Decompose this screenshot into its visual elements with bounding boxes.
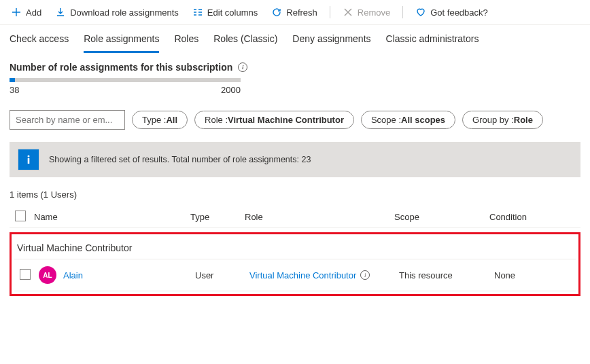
quota-progress: 38 2000 bbox=[10, 78, 241, 95]
col-role[interactable]: Role bbox=[242, 206, 392, 228]
tab-deny-assignments[interactable]: Deny assignments bbox=[292, 33, 370, 52]
remove-label: Remove bbox=[358, 7, 390, 18]
highlighted-region: Virtual Machine Contributor AL Alain Use… bbox=[10, 232, 580, 296]
row-role-link[interactable]: Virtual Machine Contributor bbox=[249, 270, 356, 280]
filter-type[interactable]: Type : All bbox=[132, 111, 188, 129]
add-label: Add bbox=[26, 7, 41, 18]
separator bbox=[402, 6, 403, 18]
separator bbox=[330, 6, 330, 18]
edit-columns-label: Edit columns bbox=[207, 7, 258, 18]
edit-columns-button[interactable]: Edit columns bbox=[188, 4, 262, 20]
filter-role[interactable]: Role : Virtual Machine Contributor bbox=[194, 111, 354, 129]
content-area: Number of role assignments for this subs… bbox=[0, 52, 590, 310]
quota-heading-text: Number of role assignments for this subs… bbox=[10, 62, 232, 73]
filter-role-label: Role : bbox=[205, 115, 228, 125]
remove-icon bbox=[343, 7, 353, 18]
command-bar: Add Download role assignments Edit colum… bbox=[0, 0, 590, 25]
svg-rect-1 bbox=[28, 158, 30, 164]
progress-track bbox=[10, 78, 241, 82]
refresh-button[interactable]: Refresh bbox=[267, 4, 322, 20]
info-banner: Showing a filtered set of results. Total… bbox=[10, 142, 580, 177]
row-checkbox[interactable] bbox=[20, 269, 31, 280]
refresh-icon bbox=[271, 7, 282, 18]
row-condition: None bbox=[491, 259, 576, 291]
filter-groupby-label: Group by : bbox=[472, 115, 514, 125]
feedback-label: Got feedback? bbox=[430, 7, 488, 18]
add-button[interactable]: Add bbox=[7, 4, 46, 20]
assignments-table: Name Type Role Scope Condition bbox=[10, 206, 580, 228]
tab-bar: Check access Role assignments Roles Role… bbox=[0, 25, 590, 52]
feedback-button[interactable]: Got feedback? bbox=[411, 4, 492, 20]
avatar: AL bbox=[39, 266, 56, 284]
heart-icon bbox=[415, 7, 426, 18]
row-scope: This resource bbox=[396, 259, 491, 291]
filter-type-label: Type : bbox=[142, 115, 166, 125]
tab-check-access[interactable]: Check access bbox=[10, 33, 69, 52]
tab-classic-administrators[interactable]: Classic administrators bbox=[386, 33, 479, 52]
items-count: 1 items (1 Users) bbox=[10, 189, 580, 200]
svg-point-0 bbox=[28, 156, 30, 158]
progress-fill bbox=[10, 78, 15, 82]
filter-role-value: Virtual Machine Contributor bbox=[228, 115, 344, 125]
tab-role-assignments[interactable]: Role assignments bbox=[84, 33, 159, 53]
filter-scope-label: Scope : bbox=[371, 115, 401, 125]
info-banner-text: Showing a filtered set of results. Total… bbox=[49, 155, 311, 164]
plus-icon bbox=[11, 7, 22, 18]
remove-button: Remove bbox=[339, 4, 394, 20]
filter-scope[interactable]: Scope : All scopes bbox=[361, 111, 455, 129]
info-icon[interactable]: i bbox=[360, 270, 370, 280]
filter-groupby[interactable]: Group by : Role bbox=[462, 111, 543, 129]
search-input[interactable] bbox=[10, 110, 125, 130]
table-header-row: Name Type Role Scope Condition bbox=[10, 206, 580, 228]
filters-row: Type : All Role : Virtual Machine Contri… bbox=[10, 110, 580, 130]
col-condition[interactable]: Condition bbox=[487, 206, 580, 228]
quota-max: 2000 bbox=[221, 85, 241, 95]
filter-type-value: All bbox=[166, 115, 177, 125]
download-button[interactable]: Download role assignments bbox=[51, 4, 183, 20]
info-icon[interactable]: i bbox=[238, 62, 247, 72]
download-label: Download role assignments bbox=[70, 7, 179, 18]
tab-roles-classic[interactable]: Roles (Classic) bbox=[213, 33, 277, 52]
col-scope[interactable]: Scope bbox=[392, 206, 487, 228]
download-icon bbox=[55, 7, 66, 18]
columns-icon bbox=[192, 7, 203, 18]
refresh-label: Refresh bbox=[286, 7, 317, 18]
row-type: User bbox=[192, 259, 247, 291]
filter-scope-value: All scopes bbox=[401, 115, 445, 125]
tab-roles[interactable]: Roles bbox=[174, 33, 198, 52]
quota-current: 38 bbox=[10, 85, 19, 95]
select-all-checkbox[interactable] bbox=[15, 211, 26, 221]
group-header-row: Virtual Machine Contributor bbox=[14, 237, 576, 259]
group-header-text: Virtual Machine Contributor bbox=[14, 237, 576, 259]
filter-groupby-value: Role bbox=[514, 115, 533, 125]
quota-heading: Number of role assignments for this subs… bbox=[10, 62, 580, 73]
info-icon bbox=[18, 149, 39, 170]
col-type[interactable]: Type bbox=[188, 206, 242, 228]
col-name[interactable]: Name bbox=[31, 206, 188, 228]
table-row[interactable]: AL Alain User Virtual Machine Contributo… bbox=[14, 259, 576, 291]
user-name-link[interactable]: Alain bbox=[63, 270, 83, 280]
